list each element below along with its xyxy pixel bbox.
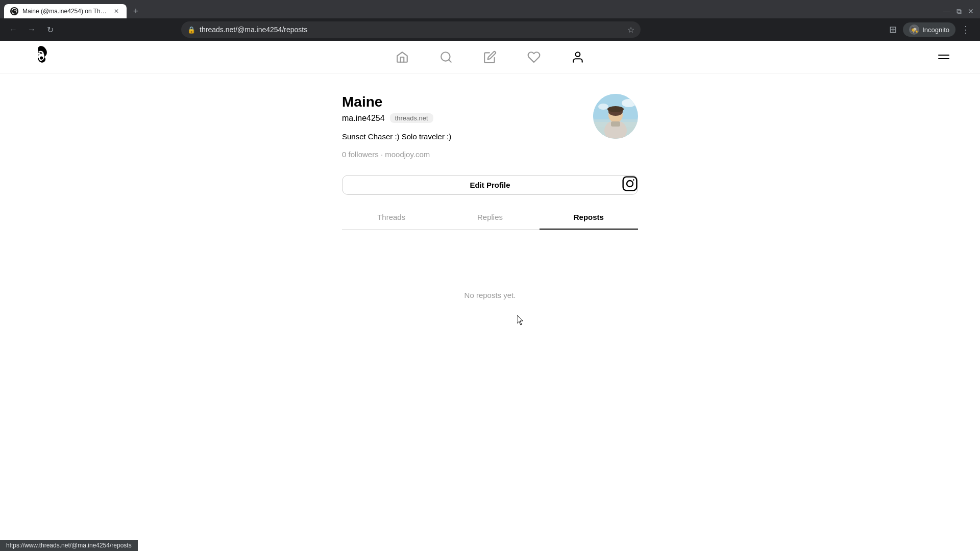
tab-title: Maine (@ma.ine4254) on Threa...: [22, 8, 108, 15]
empty-state: No reposts yet.: [0, 291, 980, 299]
home-nav-button[interactable]: [396, 51, 409, 64]
incognito-label: Incognito: [922, 26, 949, 34]
profile-website[interactable]: moodjoy.com: [385, 150, 430, 159]
no-reposts-message: No reposts yet.: [464, 291, 516, 299]
profile-stats: 0 followers · moodjoy.com: [342, 150, 593, 159]
svg-point-2: [576, 52, 580, 57]
tab-bar: Maine (@ma.ine4254) on Threa... ✕ + — ⧉ …: [0, 0, 980, 18]
restore-button[interactable]: ⧉: [954, 5, 964, 18]
page-content: Maine ma.ine4254 threads.net Sunset Chas…: [0, 41, 980, 551]
status-bar: https://www.threads.net/@ma.ine4254/repo…: [0, 540, 138, 551]
avatar: [593, 94, 638, 139]
reload-button[interactable]: ↻: [43, 22, 57, 37]
status-url: https://www.threads.net/@ma.ine4254/repo…: [6, 542, 132, 549]
svg-line-1: [449, 60, 451, 62]
address-bar-row: ← → ↻ 🔒 threads.net/@ma.ine4254/reposts …: [0, 18, 980, 41]
lock-icon: 🔒: [187, 26, 195, 34]
activity-nav-button[interactable]: [527, 51, 541, 64]
toolbar-icons: ⊞ 🕵 Incognito ⋮: [885, 21, 974, 38]
tab-threads[interactable]: Threads: [342, 206, 440, 230]
profile-header: Maine ma.ine4254 threads.net Sunset Chas…: [342, 94, 638, 169]
url-display: threads.net/@ma.ine4254/reposts: [200, 26, 623, 34]
incognito-icon: 🕵: [909, 24, 919, 35]
new-tab-button[interactable]: +: [129, 4, 143, 18]
hamburger-line-2: [938, 58, 949, 59]
profile-section: Maine ma.ine4254 threads.net Sunset Chas…: [332, 94, 648, 230]
profile-bio: Sunset Chaser :) Solo traveler :): [342, 131, 593, 143]
svg-point-14: [627, 181, 633, 187]
svg-point-15: [633, 179, 634, 181]
bookmark-icon[interactable]: ☆: [627, 25, 634, 35]
forward-button[interactable]: →: [24, 22, 39, 37]
profile-tabs: Threads Replies Reposts: [342, 205, 638, 230]
threads-logo[interactable]: [31, 46, 49, 68]
svg-rect-13: [623, 177, 637, 191]
profile-username-row: ma.ine4254 threads.net: [342, 113, 593, 123]
address-bar[interactable]: 🔒 threads.net/@ma.ine4254/reposts ☆: [181, 21, 641, 38]
profile-info: Maine ma.ine4254 threads.net Sunset Chas…: [342, 94, 593, 169]
tab-reposts[interactable]: Reposts: [540, 206, 638, 230]
back-button[interactable]: ←: [6, 22, 20, 37]
svg-rect-10: [611, 121, 620, 127]
profile-nav-button[interactable]: [571, 51, 584, 64]
svg-point-12: [598, 104, 608, 110]
instagram-link[interactable]: [622, 176, 638, 194]
extensions-button[interactable]: ⊞: [885, 21, 901, 38]
search-nav-button[interactable]: [439, 51, 453, 64]
tab-favicon: [10, 7, 18, 15]
close-browser-button[interactable]: ✕: [966, 5, 976, 17]
more-options-button[interactable]: ⋮: [958, 21, 974, 38]
followers-count[interactable]: 0 followers: [342, 150, 379, 159]
minimize-button[interactable]: —: [941, 5, 952, 17]
compose-nav-button[interactable]: [483, 51, 497, 64]
hamburger-line-1: [938, 55, 949, 56]
incognito-button[interactable]: 🕵 Incognito: [903, 22, 955, 37]
top-nav: [0, 41, 980, 73]
active-tab[interactable]: Maine (@ma.ine4254) on Threa... ✕: [4, 4, 127, 18]
tab-close-button[interactable]: ✕: [112, 7, 120, 15]
svg-point-9: [607, 106, 624, 112]
hamburger-menu-button[interactable]: [938, 55, 949, 59]
profile-name: Maine: [342, 94, 593, 110]
edit-profile-button[interactable]: Edit Profile: [342, 175, 638, 195]
nav-icons: [396, 51, 584, 64]
tab-controls: — ⧉ ✕: [941, 5, 976, 18]
svg-point-11: [622, 99, 636, 107]
browser-chrome: Maine (@ma.ine4254) on Threa... ✕ + — ⧉ …: [0, 0, 980, 41]
profile-username: ma.ine4254: [342, 114, 385, 123]
stats-separator: ·: [381, 150, 385, 159]
tab-replies[interactable]: Replies: [440, 206, 539, 230]
profile-badge[interactable]: threads.net: [390, 113, 433, 123]
